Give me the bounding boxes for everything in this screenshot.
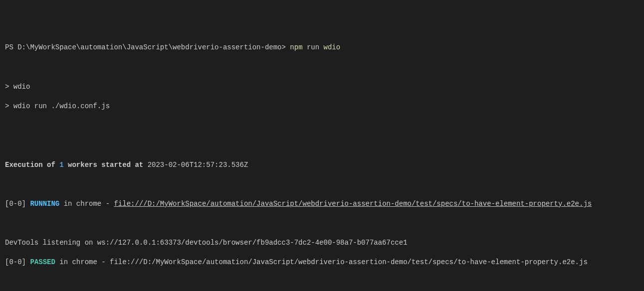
passed-line: [0-0] PASSED in chrome - file:///D:/MyWo… <box>5 258 639 268</box>
exec-timestamp: 2023-02-06T12:57:23.536Z <box>148 161 248 169</box>
exec-text-1: Execution of <box>5 161 59 169</box>
cmd-wdio: wdio <box>324 43 341 51</box>
prompt-line-1: PS D:\MyWorkSpace\automation\JavaScript\… <box>5 43 639 53</box>
execution-line: Execution of 1 workers started at 2023-0… <box>5 160 639 170</box>
blank-line <box>5 278 639 288</box>
worker-id: [0-0] <box>5 258 30 266</box>
blank-line <box>5 121 639 131</box>
exec-text-2: workers started at <box>64 161 148 169</box>
running-line: [0-0] RUNNING in chrome - file:///D:/MyW… <box>5 199 639 209</box>
cmd-run: run <box>303 43 324 51</box>
spec-file-link[interactable]: file:///D:/MyWorkSpace/automation/JavaSc… <box>114 200 592 208</box>
blank-line <box>5 63 639 73</box>
worker-id: [0-0] <box>5 200 30 208</box>
echo-line-1: > wdio <box>5 82 639 92</box>
status-running: RUNNING <box>30 200 59 208</box>
running-mid: in chrome - <box>59 200 114 208</box>
passed-mid: in chrome - file:///D:/MyWorkSpace/autom… <box>55 258 588 266</box>
status-passed: PASSED <box>30 258 55 266</box>
blank-line <box>5 141 639 150</box>
blank-line <box>5 219 639 229</box>
prompt-sep: > <box>282 43 290 51</box>
echo-line-2: > wdio run ./wdio.conf.js <box>5 102 639 112</box>
worker-count: 1 <box>59 161 63 169</box>
blank-line <box>5 180 639 190</box>
ps-prefix: PS <box>5 43 17 51</box>
cwd-path: D:\MyWorkSpace\automation\JavaScript\web… <box>17 43 281 51</box>
devtools-line: DevTools listening on ws://127.0.0.1:633… <box>5 238 639 248</box>
cmd-npm: npm <box>290 43 302 51</box>
